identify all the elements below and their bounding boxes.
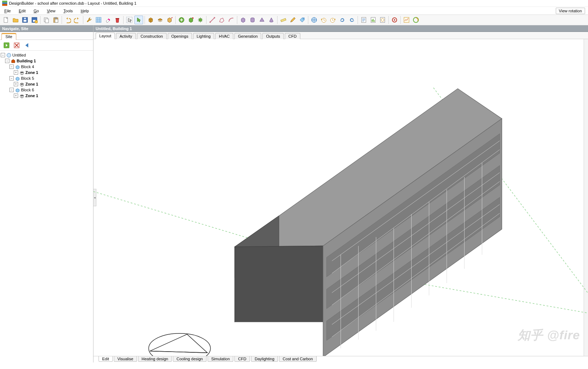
menu-view[interactable]: View	[45, 8, 57, 14]
svg-line-60	[150, 351, 207, 353]
toolbar-add-gear[interactable]	[196, 16, 205, 24]
toolbar-shape-cone[interactable]	[267, 16, 276, 24]
toolbar-grid[interactable]	[94, 16, 103, 24]
toolbar-add-cube[interactable]	[187, 16, 195, 24]
toolbar-save-as[interactable]	[30, 16, 39, 24]
building-model	[235, 89, 502, 356]
tree-building[interactable]: −Building 1	[1, 58, 92, 64]
toolbar-shape-prism[interactable]	[258, 16, 266, 24]
tab-openings[interactable]: Openings	[168, 33, 192, 39]
svg-rect-28	[373, 19, 374, 22]
tree-toggle[interactable]: +	[14, 94, 18, 98]
toolbar-pencil[interactable]	[288, 16, 297, 24]
toolbar-target[interactable]	[390, 16, 399, 24]
tree-toggle[interactable]: −	[1, 53, 5, 57]
toolbar-draw-arc[interactable]	[227, 16, 235, 24]
tree-zone-block-4-zone-1[interactable]: +Zone 1	[1, 70, 92, 75]
toolbar-shape-cube[interactable]	[239, 16, 247, 24]
main-header: Untitled, Building 1	[93, 25, 588, 32]
toolbar-box-stack[interactable]	[156, 16, 164, 24]
toolbar-save[interactable]	[21, 16, 29, 24]
tree-toggle[interactable]: −	[9, 88, 14, 92]
menu-file[interactable]: File	[3, 8, 12, 14]
toolbar-add-plus[interactable]	[177, 16, 186, 24]
tree-toggle[interactable]: +	[14, 70, 18, 75]
tree-zone-block-5-zone-1[interactable]: +Zone 1	[1, 81, 92, 87]
tree-label: Untitled	[12, 52, 26, 58]
svg-rect-12	[96, 17, 101, 22]
titlebar: DesignBuilder - school after correction.…	[0, 0, 588, 7]
toolbar-draw-line[interactable]	[208, 16, 217, 24]
view-rotation-button[interactable]: View rotation	[556, 8, 585, 14]
nav-back-button[interactable]	[22, 41, 31, 50]
bottom-tab-daylighting[interactable]: Daylighting	[251, 356, 278, 362]
tree-toggle[interactable]: +	[14, 82, 18, 86]
tree-toggle[interactable]: −	[5, 59, 9, 63]
toolbar-box-3d[interactable]	[146, 16, 155, 24]
svg-point-16	[199, 18, 202, 21]
bottom-tab-cooling-design[interactable]: Cooling design	[173, 356, 207, 362]
toolbar-undo[interactable]	[63, 16, 72, 24]
bottom-tab-heating-design[interactable]: Heating design	[138, 356, 172, 362]
tab-layout[interactable]: Layout	[96, 33, 115, 39]
toolbar-trash[interactable]	[113, 16, 122, 24]
tree-zone-block-6-zone-1[interactable]: +Zone 1	[1, 93, 92, 99]
toolbar-paste[interactable]	[51, 16, 60, 24]
tab-lighting[interactable]: Lighting	[193, 33, 214, 39]
toolbar-analysis-1[interactable]	[402, 16, 411, 24]
nav-delete-button[interactable]	[12, 41, 21, 50]
toolbar-redo[interactable]	[73, 16, 82, 24]
tree-toggle[interactable]: −	[9, 65, 14, 69]
navigator-tree[interactable]: −Untitled−Building 1−Block 4+Zone 1−Bloc…	[0, 51, 93, 362]
toolbar-clock-fwd[interactable]	[329, 16, 337, 24]
menu-tools[interactable]: Tools	[62, 8, 74, 14]
menu-go[interactable]: Go	[32, 8, 41, 14]
tree-block-block-5[interactable]: −Block 5	[1, 75, 92, 81]
toolbar-erase[interactable]	[104, 16, 112, 24]
toolbar-rotate-ccw[interactable]	[338, 16, 347, 24]
toolbar-ruler[interactable]	[279, 16, 288, 24]
tab-cfd[interactable]: CFD	[285, 33, 300, 39]
toolbar-open-file[interactable]	[11, 16, 20, 24]
tree-block-block-4[interactable]: −Block 4	[1, 64, 92, 70]
layout-viewport[interactable]: ◂	[93, 39, 588, 356]
nav-forward-button[interactable]	[2, 41, 11, 50]
toolbar-report-1[interactable]	[359, 16, 368, 24]
tree-site[interactable]: −Untitled	[1, 52, 92, 58]
toolbar-analysis-2[interactable]	[412, 16, 420, 24]
toolbar-clock-back[interactable]	[319, 16, 328, 24]
toolbar-draw-poly[interactable]	[217, 16, 226, 24]
menu-help[interactable]: Help	[79, 8, 91, 14]
tree-label: Block 5	[21, 75, 34, 81]
toolbar-shape-cyl[interactable]	[248, 16, 257, 24]
menu-edit[interactable]: Edit	[17, 8, 27, 14]
tab-outputs[interactable]: Outputs	[262, 33, 284, 39]
bottom-tab-visualise[interactable]: Visualise	[114, 356, 137, 362]
bottom-tabs: EditVisualiseHeating designCooling desig…	[93, 356, 588, 362]
toolbar-box-out[interactable]	[165, 16, 174, 24]
toolbar-rotate-cw[interactable]	[347, 16, 356, 24]
svg-point-6	[35, 20, 38, 23]
bottom-tab-cfd[interactable]: CFD	[234, 356, 250, 362]
tab-generation[interactable]: Generation	[234, 33, 261, 39]
toolbar-new-file[interactable]	[2, 16, 11, 24]
tab-construction[interactable]: Construction	[137, 33, 167, 39]
tree-toggle[interactable]: −	[9, 76, 14, 80]
toolbar-copy[interactable]	[42, 16, 51, 24]
toolbar-wrench[interactable]	[85, 16, 93, 24]
bottom-tab-simulation[interactable]: Simulation	[208, 356, 233, 362]
model-view-svg	[93, 39, 588, 356]
tab-activity[interactable]: Activity	[116, 33, 136, 39]
toolbar-report-2[interactable]	[369, 16, 378, 24]
toolbar-select-arrow[interactable]	[134, 16, 143, 24]
tree-block-block-6[interactable]: −Block 6	[1, 87, 92, 93]
toolbar-report-3[interactable]	[378, 16, 387, 24]
toolbar-cursor[interactable]	[125, 16, 134, 24]
toolbar-tag[interactable]	[298, 16, 306, 24]
navigator-tab-site[interactable]: Site	[1, 33, 16, 40]
bottom-tab-cost-and-carbon[interactable]: Cost and Carbon	[279, 356, 316, 362]
bottom-tab-edit[interactable]: Edit	[99, 356, 113, 362]
toolbar-globe[interactable]	[310, 16, 318, 24]
navigator-panel: Navigate, Site Site −Untitled−Building 1…	[0, 25, 93, 362]
tab-hvac[interactable]: HVAC	[215, 33, 233, 39]
